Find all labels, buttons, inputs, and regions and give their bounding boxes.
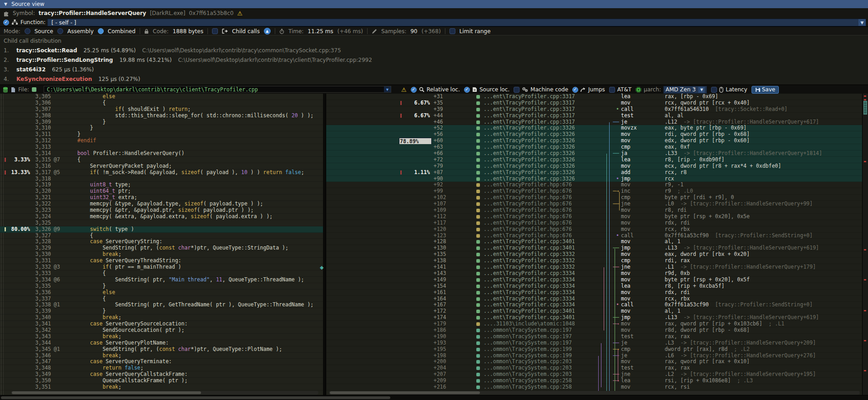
- asm-row[interactable]: +90...ent\TracyProfiler.cpp:3326•jmprcx: [326, 176, 863, 182]
- radio-combined[interactable]: [98, 28, 104, 34]
- asm-source-location[interactable]: ...ent\TracyProfiler.cpp:3317: [484, 119, 575, 125]
- asm-row[interactable]: +112...ent\TracyProfiler.hpp:676movbyte …: [326, 214, 863, 220]
- asm-mnemonic[interactable]: jne: [621, 371, 631, 378]
- asm-source-location[interactable]: ...ommon\TracySystem.cpp:203: [484, 359, 572, 365]
- asm-row[interactable]: +117...ent\TracyProfiler.hpp:676movrdx, …: [326, 220, 863, 226]
- source-line[interactable]: 3,346 break;: [0, 353, 323, 359]
- source-line[interactable]: 3,319 uint8_t type;: [0, 182, 323, 188]
- asm-row[interactable]: +72...ent\TracyProfiler.cpp:3326lear8, […: [326, 157, 863, 163]
- uarch-dropdown-icon[interactable]: ▼: [698, 87, 705, 93]
- asm-source-location[interactable]: ...ent\TracyProfiler.hpp:676: [484, 214, 572, 220]
- asm-mnemonic[interactable]: mov: [621, 327, 631, 334]
- asm-mnemonic[interactable]: je: [621, 353, 627, 359]
- source-loc-toggle[interactable]: Source loc.: [464, 86, 510, 93]
- asm-row[interactable]: 6.67%+44...ent\TracyProfiler.cpp:3317tes…: [326, 113, 863, 119]
- asm-source-location[interactable]: ...ent\TracyProfiler.cpp:3317: [484, 113, 575, 119]
- asm-source-location[interactable]: ...ent\TracyProfiler.cpp:3334: [484, 290, 575, 296]
- asm-row[interactable]: +198...ommon\TracySystem.cpp:199──je.L6 …: [326, 353, 863, 359]
- asm-source-location[interactable]: ...ent\TracyProfiler.cpp:3326: [484, 163, 575, 170]
- asm-row[interactable]: +52...ent\TracyProfiler.cpp:3326movzxeax…: [326, 125, 863, 131]
- asm-row[interactable]: 6.67%+35...ent\TracyProfiler.cpp:3317mov…: [326, 100, 863, 106]
- asm-row[interactable]: +141...ent\TracyProfiler.cpp:3332──jne.L…: [326, 264, 863, 270]
- asm-source-location[interactable]: ...ent\TracyProfiler.cpp:3334: [484, 296, 575, 302]
- asm-mnemonic[interactable]: lea: [621, 378, 631, 384]
- source-line[interactable]: 3,325: [0, 220, 323, 226]
- asm-row[interactable]: +31...ent\TracyProfiler.cpp:3317learax, …: [326, 94, 863, 100]
- source-line[interactable]: 3,339 }: [0, 308, 323, 315]
- asm-row[interactable]: +190...ommon\TracySystem.cpp:197testrax,…: [326, 334, 863, 340]
- asm-mnemonic[interactable]: call: [621, 106, 634, 113]
- asm-source-location[interactable]: ...ent\TracyProfiler.cpp:3326: [484, 157, 575, 163]
- asm-source-location[interactable]: ...ent\TracyProfiler.cpp:3317: [484, 94, 575, 100]
- source-line[interactable]: 3,323 memcpy( &ptr, &payload.ptr, sizeof…: [0, 207, 323, 214]
- source-line[interactable]: 3,318: [0, 176, 323, 182]
- asm-mnemonic[interactable]: inc: [621, 188, 631, 195]
- asm-row[interactable]: 1.11%+87...ent\TracyProfiler.cpp:3326add…: [326, 170, 863, 176]
- asm-mnemonic[interactable]: jmp: [621, 245, 631, 251]
- source-line[interactable]: 3,313: [0, 144, 323, 150]
- source-line[interactable]: 3,327 {: [0, 233, 323, 239]
- source-line[interactable]: 3,322 memcpy( &type, &payload.type, size…: [0, 201, 323, 207]
- asm-mnemonic[interactable]: movzx: [621, 125, 637, 131]
- source-line[interactable]: 3,307 if( shouldExit ) return;: [0, 106, 323, 113]
- asm-source-location[interactable]: ...ent\TracyProfiler.cpp:3326: [484, 170, 575, 176]
- latency-checkbox[interactable]: [711, 87, 717, 93]
- source-line[interactable]: 3,330 break;: [0, 251, 323, 258]
- asm-source-location[interactable]: ...ent\TracyProfiler.cpp:3326: [484, 138, 575, 144]
- asm-row[interactable]: +172...ent\TracyProfiler.cpp:3401moval, …: [326, 308, 863, 315]
- file-dropdown-icon[interactable]: ▼: [384, 86, 391, 92]
- asm-source-location[interactable]: ...ent\TracyProfiler.cpp:3326: [484, 125, 575, 131]
- asm-mnemonic[interactable]: cmp: [621, 144, 631, 150]
- splitter-handle-icon[interactable]: ◆: [320, 265, 323, 270]
- asm-row[interactable]: +179....31103\include\atomic:1048─→movra…: [326, 321, 863, 327]
- asm-source-location[interactable]: ...ent\TracyProfiler.cpp:3317: [484, 106, 575, 113]
- asm-source-location[interactable]: ...ent\TracyProfiler.hpp:676: [484, 233, 572, 239]
- asm-mnemonic[interactable]: mov: [621, 131, 631, 138]
- asm-mnemonic[interactable]: mov: [621, 220, 631, 226]
- source-line[interactable]: 3,311}: [0, 131, 323, 138]
- limit-range-checkbox[interactable]: [449, 28, 455, 34]
- asm-mnemonic[interactable]: call: [621, 302, 634, 308]
- relative-loc-label[interactable]: Relative loc.: [427, 86, 460, 93]
- asm-row[interactable]: +216...ommon\TracySystem.cpp:258movrcx, …: [326, 384, 863, 390]
- source-line[interactable]: 3,336 else: [0, 290, 323, 296]
- asm-mnemonic[interactable]: cmp: [621, 195, 631, 201]
- asm-row[interactable]: +143...ent\TracyProfiler.cpp:3334movr9d,…: [326, 270, 863, 277]
- asm-row[interactable]: +204...ommon\TracySystem.cpp:203testrax,…: [326, 365, 863, 371]
- asm-hscroll-thumb[interactable]: [330, 391, 480, 394]
- asm-row[interactable]: +46...ent\TracyProfiler.cpp:3317──je.L12…: [326, 119, 863, 125]
- source-hscroll-thumb[interactable]: [12, 391, 201, 394]
- asm-row[interactable]: +109...ent\TracyProfiler.hpp:676movr8, r…: [326, 207, 863, 214]
- source-line[interactable]: 3,344 case ServerQueryPlotName:: [0, 340, 323, 346]
- asm-mnemonic[interactable]: mov: [621, 277, 631, 283]
- asm-mnemonic[interactable]: lea: [621, 157, 631, 163]
- limit-range-label[interactable]: Limit range: [459, 28, 490, 35]
- asm-vscrollbar[interactable]: [862, 94, 868, 395]
- asm-hscrollbar[interactable]: [329, 391, 860, 395]
- source-line[interactable]: 3,316 ServerQueryPacket payload;: [0, 163, 323, 170]
- asm-source-location[interactable]: ....31103\include\atomic:1048: [484, 321, 575, 327]
- asm-mnemonic[interactable]: call: [621, 233, 634, 239]
- asm-row[interactable]: +99...ent\TracyProfiler.hpp:676─→incr9 ;…: [326, 188, 863, 195]
- asm-source-location[interactable]: ...ent\TracyProfiler.cpp:3326: [484, 131, 575, 138]
- asm-source-location[interactable]: ...ommon\TracySystem.cpp:258: [484, 384, 572, 390]
- asm-source-location[interactable]: ...ent\TracyProfiler.cpp:3334: [484, 270, 575, 277]
- radio-source-label[interactable]: Source: [35, 28, 53, 35]
- asm-mnemonic[interactable]: lea: [621, 94, 631, 100]
- asm-mnemonic[interactable]: mov: [621, 226, 631, 233]
- source-loc-checkbox[interactable]: [464, 87, 470, 93]
- radio-assembly[interactable]: [57, 28, 63, 34]
- asm-source-location[interactable]: ...ommon\TracySystem.cpp:203: [484, 365, 572, 371]
- source-line[interactable]: 3,310 }: [0, 125, 323, 131]
- asm-row[interactable]: +164...ent\TracyProfiler.cpp:3334movrcx,…: [326, 296, 863, 302]
- source-line[interactable]: 3,347 case ServerQueryTerminate:: [0, 359, 323, 365]
- asm-mnemonic[interactable]: test: [621, 365, 634, 371]
- source-line[interactable]: 3,345@1 SendString( ptr, (const char*)pt…: [0, 346, 323, 353]
- asm-mnemonic[interactable]: jne: [621, 201, 631, 207]
- source-line[interactable]: 3,337 {: [0, 296, 323, 302]
- asm-source-location[interactable]: ...ent\TracyProfiler.cpp:3401: [484, 239, 575, 245]
- source-line[interactable]: 3,331 case ServerQueryThreadString:: [0, 258, 323, 264]
- asm-source-location[interactable]: ...ent\TracyProfiler.hpp:676: [484, 207, 572, 214]
- asm-source-location[interactable]: ...ent\TracyProfiler.cpp:3326: [484, 150, 575, 157]
- source-line[interactable]: 3,340 break;: [0, 315, 323, 321]
